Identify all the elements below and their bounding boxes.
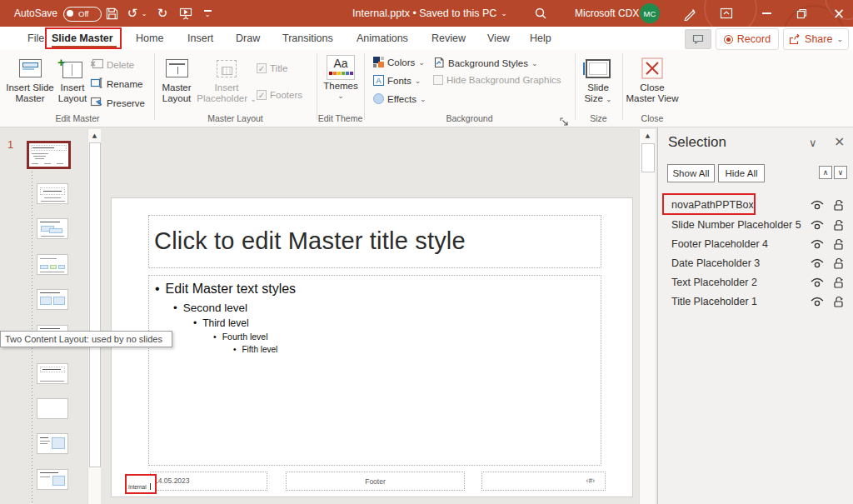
selection-item[interactable]: Date Placeholder 3 <box>671 255 853 272</box>
footer-text: Footer <box>365 477 386 486</box>
rename-button[interactable]: Rename <box>90 77 142 90</box>
hide-background-graphics-checkbox[interactable]: Hide Background Graphics <box>433 75 561 85</box>
layout-thumbnail-title-slide[interactable] <box>37 183 68 204</box>
preserve-button[interactable]: Preserve <box>90 97 145 109</box>
close-master-view-icon <box>641 54 663 82</box>
unlock-icon[interactable] <box>833 199 844 217</box>
ribbon: Insert Slide Master + Insert Layout Dele… <box>0 50 853 127</box>
tab-review[interactable]: Review <box>431 27 466 50</box>
main-scrollbar-thumb[interactable] <box>641 143 655 172</box>
visibility-eye-icon[interactable] <box>810 257 825 275</box>
minimize-button[interactable] <box>755 0 778 27</box>
slide-size-button[interactable]: Slide Size ⌄ <box>578 52 618 105</box>
tab-insert[interactable]: Insert <box>187 27 213 50</box>
layout-thumbnail-two-content[interactable] <box>37 289 68 310</box>
close-master-view-button[interactable]: Close Master View <box>626 52 678 104</box>
visibility-eye-icon[interactable] <box>810 219 825 237</box>
insert-placeholder-button[interactable]: Insert Placeholder ⌄ <box>200 52 253 105</box>
visibility-eye-icon[interactable] <box>810 199 825 217</box>
master-layout-button[interactable]: Master Layout <box>157 52 197 104</box>
body-placeholder[interactable]: •Edit Master text styles •Second level •… <box>148 275 601 466</box>
unlock-icon[interactable] <box>833 257 844 275</box>
thumbnail-scrollbar-thumb[interactable] <box>89 142 101 467</box>
selection-item[interactable]: Title Placeholder 1 <box>671 293 853 311</box>
effects-button[interactable]: Effects ⌄ <box>373 93 426 104</box>
redo-icon[interactable]: ↻ <box>153 0 172 27</box>
account-name[interactable]: Microsoft CDX <box>575 0 639 27</box>
visibility-eye-icon[interactable] <box>810 277 825 294</box>
slide-canvas[interactable]: Click to edit Master title style •Edit M… <box>111 197 633 497</box>
slide-master-thumbnail[interactable] <box>27 141 71 169</box>
undo-chevron-icon[interactable]: ⌄ <box>140 0 148 27</box>
layout-thumbnail-section-header[interactable] <box>37 254 68 275</box>
tab-draw[interactable]: Draw <box>236 27 260 50</box>
bullet-icon: • <box>213 332 217 342</box>
ink-pen-icon[interactable] <box>680 0 700 27</box>
selection-item[interactable]: Footer Placeholder 4 <box>671 236 853 253</box>
avatar[interactable]: MC <box>640 3 660 23</box>
visibility-eye-icon[interactable] <box>810 296 825 313</box>
fonts-button[interactable]: A Fonts ⌄ <box>373 75 421 86</box>
save-icon[interactable] <box>103 0 120 27</box>
chevron-down-icon: ⌄ <box>337 92 344 100</box>
title-checkbox[interactable]: ✓ Title <box>257 63 287 73</box>
search-icon[interactable] <box>531 0 550 27</box>
layout-thumbnail-blank[interactable] <box>37 398 68 419</box>
share-button[interactable]: Share ⌄ <box>783 28 849 50</box>
tab-home[interactable]: Home <box>136 27 163 50</box>
date-placeholder[interactable]: 14.05.2023 <box>150 472 267 491</box>
footer-placeholder[interactable]: Footer <box>286 472 465 491</box>
themes-button[interactable]: Aa Themes ⌄ <box>320 52 362 100</box>
delete-button[interactable]: Delete <box>90 58 134 71</box>
group-label-edit-theme: Edit Theme <box>317 113 364 123</box>
tab-view[interactable]: View <box>487 27 510 50</box>
undo-icon[interactable]: ↺ <box>123 0 142 27</box>
autosave-toggle[interactable]: Off <box>63 7 102 22</box>
bullet-icon: • <box>193 317 197 329</box>
scroll-up-icon[interactable]: ▲ <box>640 129 656 139</box>
scroll-up-icon[interactable]: ▲ <box>88 129 101 139</box>
background-styles-button[interactable]: Background Styles ⌄ <box>433 57 537 70</box>
comments-button[interactable] <box>685 29 711 49</box>
unlock-icon[interactable] <box>833 238 844 256</box>
close-button[interactable]: × <box>826 0 851 27</box>
tab-transitions[interactable]: Transitions <box>282 27 333 50</box>
main-scrollbar[interactable]: ▲ <box>639 129 656 504</box>
tab-file[interactable]: File <box>27 27 44 50</box>
layout-thumbnail-title-content[interactable] <box>37 218 68 239</box>
unlock-icon[interactable] <box>833 277 844 294</box>
body-level-1: •Edit Master text styles <box>155 282 296 297</box>
layout-thumbnail-content-caption[interactable] <box>37 433 68 454</box>
toggle-knob <box>67 10 73 17</box>
slide-number-placeholder[interactable]: ‹#› <box>481 472 606 491</box>
record-icon <box>724 35 733 44</box>
unlock-icon[interactable] <box>833 219 844 237</box>
colors-button[interactable]: Colors ⌄ <box>373 57 425 67</box>
show-all-button[interactable]: Show All <box>667 164 715 182</box>
tab-animations[interactable]: Animations <box>357 27 408 50</box>
selection-item[interactable]: Slide Number Placeholder 5 <box>671 217 853 234</box>
insert-slide-master-button[interactable]: Insert Slide Master <box>7 52 53 104</box>
insert-layout-button[interactable]: + Insert Layout <box>53 52 92 104</box>
pane-close-icon[interactable]: × <box>834 133 845 149</box>
tab-help[interactable]: Help <box>530 27 551 50</box>
customize-qat-icon[interactable]: ⌄ <box>200 0 215 27</box>
footers-checkbox[interactable]: ✓ Footers <box>257 90 302 100</box>
ribbon-display-options-icon[interactable] <box>716 0 736 27</box>
pane-collapse-chevron-icon[interactable]: ∨ <box>809 137 817 149</box>
visibility-eye-icon[interactable] <box>810 238 825 256</box>
start-slideshow-icon[interactable] <box>177 0 195 27</box>
hide-all-button[interactable]: Hide All <box>718 164 765 182</box>
layout-thumbnail-title-only[interactable] <box>37 363 68 384</box>
thumbnail-scrollbar[interactable]: ▲ <box>87 129 101 504</box>
move-up-button[interactable]: ∧ <box>819 166 832 179</box>
document-title[interactable]: Internal.pptx • Saved to this PC ⌄ <box>352 0 507 27</box>
selection-item[interactable]: Text Placeholder 2 <box>671 274 853 292</box>
fonts-icon: A <box>373 75 384 86</box>
title-placeholder[interactable]: Click to edit Master title style <box>148 215 601 268</box>
unlock-icon[interactable] <box>833 296 844 313</box>
record-button[interactable]: Record <box>716 28 779 50</box>
restore-button[interactable] <box>790 0 813 27</box>
move-down-button[interactable]: ∨ <box>834 166 847 179</box>
layout-thumbnail-picture-caption[interactable] <box>37 469 68 490</box>
